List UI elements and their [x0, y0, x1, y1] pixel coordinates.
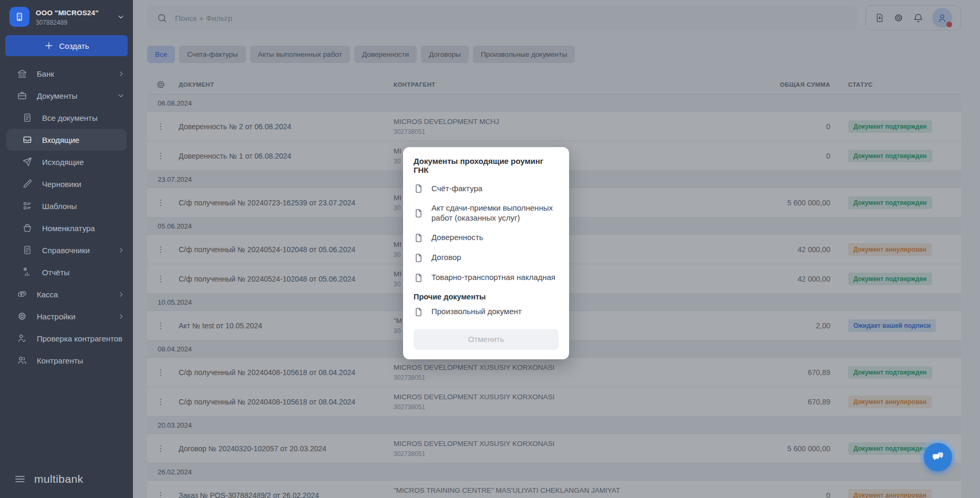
sidebar-item-label: Входящие [42, 136, 79, 144]
sidebar-item-label: Касса [37, 290, 58, 299]
sidebar-item-label: Контрагенты [37, 356, 83, 365]
sidebar-item-inbox[interactable]: Входящие [6, 129, 127, 151]
basket-icon [22, 223, 34, 233]
company-selector[interactable]: ООО "MICROS24" 307882489 [0, 0, 133, 32]
sidebar-item-contractor-check[interactable]: Проверка контрагентов [0, 327, 133, 349]
file-icon [414, 307, 424, 317]
chevron-right-icon [117, 69, 126, 78]
sidebar-item-reports[interactable]: Отчёты [0, 261, 133, 283]
modal-item-4[interactable]: Товарно-транспортная накладная [414, 268, 559, 288]
modal-item-2[interactable]: Доверенность [414, 228, 559, 248]
pencil-icon [22, 179, 34, 189]
modal-item-1[interactable]: Акт сдачи-приемки выполненных работ (ока… [414, 199, 559, 228]
sidebar-item-bank[interactable]: Банк [0, 63, 133, 85]
sidebar-item-drafts[interactable]: Черновики [0, 173, 133, 195]
file-icon [414, 253, 424, 263]
create-document-modal: Документы проходящие роуминг ГНК Счёт-фа… [403, 147, 569, 359]
modal-section-title: Прочие документы [414, 293, 559, 301]
sidebar-item-documents[interactable]: Документы [0, 85, 133, 107]
sidebar-item-label: Документы [37, 91, 77, 100]
modal-title: Документы проходящие роуминг ГНК [414, 157, 559, 174]
sidebar-item-label: Отчёты [42, 268, 69, 277]
chevron-down-icon [116, 91, 126, 100]
modal-item-label: Договор [431, 253, 461, 263]
plus-icon [44, 40, 54, 51]
gear-icon [17, 311, 28, 321]
sidebar-item-label: Черновики [42, 180, 81, 189]
doc-lines-icon [22, 245, 34, 255]
sidebar-item-label: Проверка контрагентов [37, 334, 122, 343]
sidebar-item-label: Настройки [37, 312, 76, 321]
cancel-button[interactable]: Отменить [414, 329, 559, 350]
sidebar-menu: БанкДокументыВсе документыВходящиеИсходя… [0, 63, 133, 473]
modal-item-other-0[interactable]: Произвольный документ [414, 302, 559, 322]
sidebar-item-all-documents[interactable]: Все документы [0, 107, 133, 129]
modal-item-label: Счёт-фактура [431, 184, 482, 194]
chevron-right-icon [117, 290, 126, 299]
sidebar-item-label: Справочники [42, 246, 90, 255]
sidebar-item-label: Все документы [42, 113, 98, 122]
company-name: ООО "MICROS24" [36, 9, 99, 17]
chevron-right-icon [117, 312, 126, 321]
sidebar-item-label: Исходящие [42, 158, 84, 167]
sidebar-item-label: Банк [37, 69, 54, 78]
cashbox-icon [17, 289, 28, 299]
bank-icon [17, 68, 28, 79]
report-icon [22, 267, 34, 277]
sidebar-item-label: Номенклатура [42, 224, 95, 233]
modal-other-items: Произвольный документ [414, 302, 559, 322]
sidebar-footer: multibank [0, 473, 133, 498]
template-icon [22, 201, 34, 211]
modal-item-3[interactable]: Договор [414, 248, 559, 268]
create-button-label: Создать [59, 42, 89, 50]
chevron-down-icon [116, 12, 126, 22]
sidebar-item-settings[interactable]: Настройки [0, 305, 133, 327]
modal-item-label: Произвольный документ [431, 307, 522, 317]
inbox-icon [22, 134, 34, 145]
file-icon [414, 208, 424, 219]
file-icon [414, 183, 424, 194]
sidebar-item-label: Шаблоны [42, 202, 77, 211]
sidebar-item-cashdesk[interactable]: Касса [0, 283, 133, 305]
modal-item-label: Товарно-транспортная накладная [431, 273, 555, 283]
sidebar-item-templates[interactable]: Шаблоны [0, 195, 133, 217]
briefcase-icon [17, 90, 28, 101]
modal-item-label: Акт сдачи-приемки выполненных работ (ока… [431, 203, 559, 223]
hamburger-menu-icon[interactable] [14, 473, 26, 485]
file-icon [414, 273, 424, 283]
sidebar-item-contractors[interactable]: Контрагенты [0, 349, 133, 371]
chat-fab-button[interactable] [924, 443, 952, 471]
chevron-right-icon [117, 246, 126, 255]
users-icon [17, 355, 28, 366]
send-icon [22, 157, 34, 167]
sidebar-item-nomenclature[interactable]: Номенклатура [0, 217, 133, 239]
modal-roaming-items: Счёт-фактураАкт сдачи-приемки выполненны… [414, 179, 559, 288]
sidebar-item-outbox[interactable]: Исходящие [0, 151, 133, 173]
doc-lines-icon [22, 112, 34, 123]
brand-logo: multibank [34, 473, 83, 485]
modal-item-label: Доверенность [431, 233, 483, 243]
chat-icon [931, 450, 945, 464]
sidebar-item-directories[interactable]: Справочники [0, 239, 133, 261]
user-check-icon [17, 333, 28, 344]
sidebar: ООО "MICROS24" 307882489 Создать БанкДок… [0, 0, 133, 498]
company-inn: 307882489 [36, 19, 99, 26]
company-building-icon [9, 7, 29, 27]
file-icon [414, 233, 424, 243]
create-button[interactable]: Создать [5, 35, 128, 56]
modal-item-0[interactable]: Счёт-фактура [414, 179, 559, 199]
